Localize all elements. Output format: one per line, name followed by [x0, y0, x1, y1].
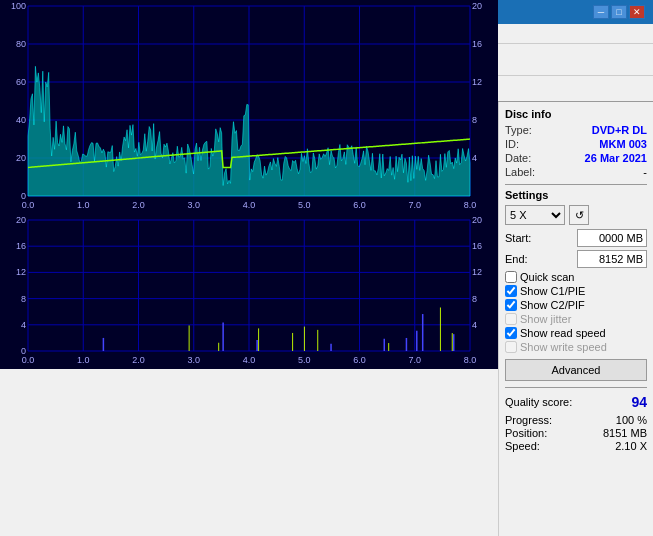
disc-type-label: Type:: [505, 124, 532, 136]
settings-section: Settings 5 X ↺ Start: End: Quick scan: [505, 189, 647, 381]
disc-info-section: Disc info Type: DVD+R DL ID: MKM 003 Dat…: [505, 108, 647, 178]
maximize-button[interactable]: □: [611, 5, 627, 19]
start-label: Start:: [505, 232, 531, 244]
show-jitter-row: Show jitter: [505, 313, 647, 325]
position-value: 8151 MB: [603, 427, 647, 439]
start-input[interactable]: [577, 229, 647, 247]
show-read-speed-checkbox[interactable]: [505, 327, 517, 339]
quick-scan-label: Quick scan: [520, 271, 574, 283]
progress-value: 100 %: [616, 414, 647, 426]
quality-score-row: Quality score: 94: [505, 394, 647, 410]
right-panel: Disc info Type: DVD+R DL ID: MKM 003 Dat…: [498, 102, 653, 536]
disc-date-value: 26 Mar 2021: [585, 152, 647, 164]
show-c1pie-label: Show C1/PIE: [520, 285, 585, 297]
show-read-speed-label: Show read speed: [520, 327, 606, 339]
show-jitter-checkbox[interactable]: [505, 313, 517, 325]
show-c1pie-checkbox[interactable]: [505, 285, 517, 297]
speed-value: 2.10 X: [615, 440, 647, 452]
end-row: End:: [505, 250, 647, 268]
end-label: End:: [505, 253, 528, 265]
speed-select[interactable]: 5 X: [505, 205, 565, 225]
quick-scan-row: Quick scan: [505, 271, 647, 283]
show-c2pif-checkbox[interactable]: [505, 299, 517, 311]
disc-id-row: ID: MKM 003: [505, 138, 647, 150]
chart-canvas: [0, 0, 498, 369]
progress-row: Progress: 100 %: [505, 414, 647, 426]
show-jitter-label: Show jitter: [520, 313, 571, 325]
end-input[interactable]: [577, 250, 647, 268]
close-button[interactable]: ✕: [629, 5, 645, 19]
disc-label-value: -: [643, 166, 647, 178]
advanced-button[interactable]: Advanced: [505, 359, 647, 381]
show-c2pif-label: Show C2/PIF: [520, 299, 585, 311]
position-label: Position:: [505, 427, 547, 439]
disc-label-row: Label: -: [505, 166, 647, 178]
progress-label: Progress:: [505, 414, 552, 426]
show-c2pif-row: Show C2/PIF: [505, 299, 647, 311]
minimize-button[interactable]: ─: [593, 5, 609, 19]
disc-date-row: Date: 26 Mar 2021: [505, 152, 647, 164]
speed-label: Speed:: [505, 440, 540, 452]
quality-score-value: 94: [631, 394, 647, 410]
show-write-speed-label: Show write speed: [520, 341, 607, 353]
position-row: Position: 8151 MB: [505, 427, 647, 439]
disc-label-label: Label:: [505, 166, 535, 178]
disc-type-value: DVD+R DL: [592, 124, 647, 136]
divider-2: [505, 387, 647, 388]
progress-section: Progress: 100 % Position: 8151 MB Speed:…: [505, 414, 647, 452]
quality-score-label: Quality score:: [505, 396, 572, 408]
disc-id-label: ID:: [505, 138, 519, 150]
window-controls: ─ □ ✕: [593, 5, 645, 19]
show-write-speed-row: Show write speed: [505, 341, 647, 353]
main-content: ■ PI Errors Average: 12.31 Maximum: 81 T…: [0, 102, 653, 536]
show-c1pie-row: Show C1/PIE: [505, 285, 647, 297]
show-write-speed-checkbox[interactable]: [505, 341, 517, 353]
disc-info-title: Disc info: [505, 108, 647, 120]
disc-type-row: Type: DVD+R DL: [505, 124, 647, 136]
settings-title: Settings: [505, 189, 647, 201]
refresh-icon[interactable]: ↺: [569, 205, 589, 225]
chart-section: ■ PI Errors Average: 12.31 Maximum: 81 T…: [0, 102, 498, 536]
show-read-speed-row: Show read speed: [505, 327, 647, 339]
disc-id-value: MKM 003: [599, 138, 647, 150]
disc-date-label: Date:: [505, 152, 531, 164]
speed-row-quality: Speed: 2.10 X: [505, 440, 647, 452]
speed-row: 5 X ↺: [505, 205, 647, 225]
start-row: Start:: [505, 229, 647, 247]
quick-scan-checkbox[interactable]: [505, 271, 517, 283]
divider-1: [505, 184, 647, 185]
